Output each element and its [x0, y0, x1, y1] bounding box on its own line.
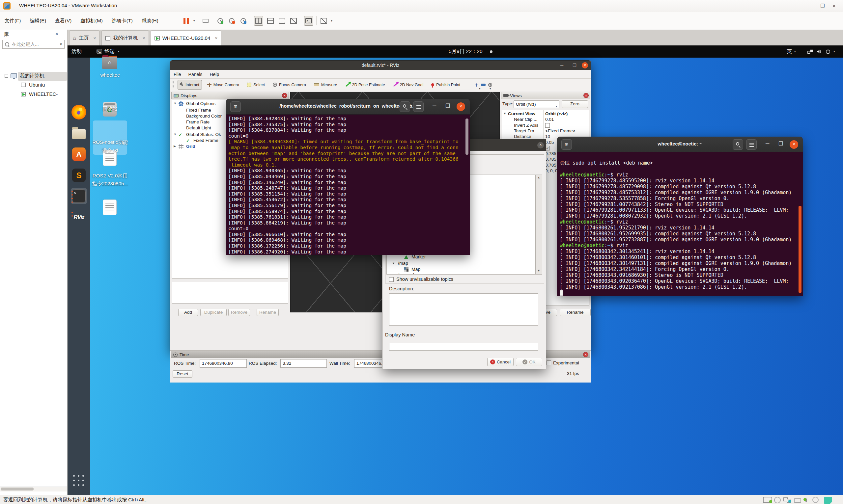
tool-dropdown-icon[interactable]: ▾: [490, 87, 491, 90]
power-icon[interactable]: [825, 48, 831, 55]
tool-select[interactable]: Select: [244, 80, 267, 90]
library-close-icon[interactable]: ×: [55, 31, 58, 37]
search-icon[interactable]: [400, 102, 410, 112]
library-item-Ubuntu[interactable]: Ubuntu: [0, 81, 68, 90]
rename-button[interactable]: Rename: [257, 309, 279, 316]
tool-dropdown-icon[interactable]: ▾: [479, 87, 481, 90]
views-panel-header[interactable]: Views ×: [501, 92, 590, 99]
menubar-item[interactable]: 帮助(H): [142, 18, 158, 24]
minimize-icon[interactable]: ─: [433, 103, 436, 109]
tab-WHEELTEC-UB20.04[interactable]: WHEELTEC-UB20.04×: [151, 30, 222, 46]
add-button[interactable]: Add: [178, 309, 198, 316]
network-icon[interactable]: [807, 48, 813, 55]
time-reset-button[interactable]: Reset: [173, 370, 192, 378]
send-ctrl-alt-del-icon[interactable]: [201, 16, 210, 25]
views-zero-button[interactable]: Zero: [562, 101, 588, 108]
views-row-0[interactable]: ▼Current ViewOrbit (rviz): [502, 111, 589, 117]
topic-map[interactable]: ▼/map: [387, 261, 542, 267]
ros-time-field[interactable]: 1746800346.80: [200, 359, 247, 368]
show-library-icon[interactable]: [254, 16, 263, 26]
menu-icon[interactable]: [746, 139, 757, 150]
stretch-dropdown-icon[interactable]: ▾: [331, 19, 333, 22]
search-icon[interactable]: [733, 139, 743, 150]
desktop-icon-text[interactable]: [103, 199, 117, 215]
rename-button[interactable]: Rename: [560, 309, 591, 316]
tree-expander-icon[interactable]: ▼: [174, 102, 177, 105]
add-tool-icon[interactable]: +: [475, 81, 478, 89]
library-item-我的计算机[interactable]: −我的计算机: [0, 72, 68, 80]
dock-item-terminal[interactable]: >_: [71, 188, 87, 204]
tool-2d-pose-estimate[interactable]: 2D Pose Estimate: [343, 80, 388, 90]
topic-Map[interactable]: Map: [387, 267, 542, 273]
terminal-scrollbar[interactable]: [466, 119, 469, 155]
menubar-item[interactable]: 查看(V): [55, 18, 71, 24]
tool-move-camera[interactable]: Move Camera: [205, 80, 242, 90]
terminal-scrollbar[interactable]: [798, 206, 802, 293]
displays-close-icon[interactable]: ×: [282, 93, 287, 98]
menubar-item[interactable]: 编辑(E): [30, 18, 46, 24]
snapshot-revert-icon[interactable]: [228, 16, 236, 25]
close-button[interactable]: ×: [831, 2, 838, 10]
show-topics-checkbox[interactable]: [389, 277, 394, 282]
tab-close-icon[interactable]: ×: [215, 36, 217, 41]
cancel-button[interactable]: ×Cancel: [487, 358, 513, 366]
volume-icon[interactable]: [816, 48, 822, 55]
tree-expander-icon[interactable]: ▼: [503, 112, 506, 115]
tool-focus-camera[interactable]: Focus Camera: [270, 80, 309, 90]
maximize-icon[interactable]: ❒: [778, 141, 783, 147]
rviz-maximize-icon[interactable]: ❒: [573, 63, 577, 68]
stretch-view-icon[interactable]: [319, 16, 328, 25]
app-menu[interactable]: 终端: [104, 48, 115, 55]
ros-elapsed-field[interactable]: 3.32: [280, 359, 327, 368]
menubar-item[interactable]: 文件(F): [5, 18, 21, 24]
tree-expander-icon[interactable]: ▼: [392, 262, 395, 265]
views-close-icon[interactable]: ×: [583, 93, 589, 98]
tab-close-icon[interactable]: ×: [142, 36, 145, 41]
remove-button[interactable]: Remove: [228, 309, 250, 316]
duplicate-button[interactable]: Duplicate: [200, 309, 227, 316]
terminal-header[interactable]: ⊞ /home/wheeltec/wheeltec_robot/src/turn…: [226, 99, 470, 114]
close-icon[interactable]: ×: [790, 140, 798, 149]
toolbar-grip[interactable]: [173, 81, 174, 89]
tree-expander-icon[interactable]: −: [5, 74, 8, 78]
snapshot-manager-icon[interactable]: [239, 16, 248, 25]
rviz-titlebar[interactable]: default.rviz* - RViz ─ ❒ ×: [170, 60, 591, 70]
rviz-menu-help[interactable]: Help: [210, 72, 219, 77]
fullscreen-icon[interactable]: [278, 16, 286, 25]
snapshot-clock-icon[interactable]: [812, 497, 819, 504]
tool-properties-icon[interactable]: [488, 83, 492, 87]
tab-close-icon[interactable]: ×: [93, 36, 96, 41]
sound-icon[interactable]: [804, 497, 807, 503]
menubar-item[interactable]: 选项卡(T): [112, 18, 133, 24]
terminal-header[interactable]: ⊞ wheeltec@noetic: ~ ─ ❒ ×: [557, 137, 803, 152]
tab-我的计算机[interactable]: 我的计算机×: [102, 30, 148, 46]
rviz-menu-file[interactable]: File: [174, 72, 181, 77]
views-row-3[interactable]: Target Fra...<Fixed Frame>: [502, 128, 589, 134]
views-row-checkbox[interactable]: [545, 123, 550, 128]
experimental-checkbox[interactable]: [546, 360, 551, 365]
activities-button[interactable]: 活动: [71, 48, 82, 55]
dock-item-rviz[interactable]: RViz: [71, 209, 87, 225]
menu-icon[interactable]: [413, 102, 424, 112]
rviz-menu-panels[interactable]: Panels: [189, 72, 203, 77]
tool-measure[interactable]: Measure: [311, 80, 340, 90]
menubar-item[interactable]: 虚拟机(M): [81, 18, 103, 24]
minimize-icon[interactable]: ─: [766, 141, 769, 146]
clock[interactable]: 5月9日 22：20: [449, 48, 482, 55]
pause-dropdown-icon[interactable]: ▾: [193, 19, 195, 22]
snapshot-take-icon[interactable]: [216, 16, 225, 25]
show-applications-icon[interactable]: [73, 475, 85, 487]
tree-expander-icon[interactable]: ▼: [392, 273, 395, 274]
message-log-icon[interactable]: [824, 497, 832, 504]
input-language[interactable]: 英: [787, 48, 792, 55]
tree-expander-icon[interactable]: ▼: [174, 133, 177, 136]
network-icon[interactable]: [784, 497, 791, 503]
tab-主页[interactable]: ⌂主页×: [69, 30, 100, 46]
tool-publish-point[interactable]: Publish Point: [428, 80, 463, 90]
views-type-select[interactable]: Orbit (rviz)▾: [513, 101, 559, 108]
tree-expander-icon[interactable]: ▶: [174, 145, 176, 148]
rviz-minimize-icon[interactable]: ─: [560, 63, 563, 68]
cd-rom-icon[interactable]: [774, 497, 781, 504]
rviz-close-icon[interactable]: ×: [582, 62, 588, 69]
pause-icon[interactable]: [182, 16, 190, 25]
